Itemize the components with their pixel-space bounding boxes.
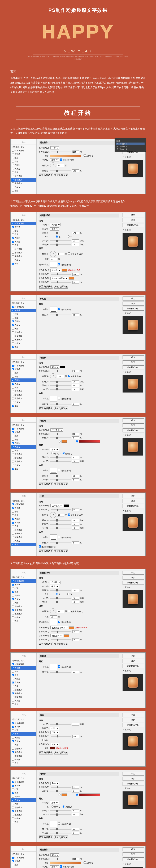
- style-checkbox[interactable]: [12, 807, 14, 808]
- style-checkbox[interactable]: [12, 306, 14, 308]
- style-checkbox[interactable]: [12, 442, 14, 444]
- angle-dial[interactable]: [50, 162, 56, 168]
- style-checkbox[interactable]: [12, 810, 14, 812]
- value-input[interactable]: [50, 615, 57, 618]
- style-row-contour[interactable]: 等高线: [11, 506, 36, 510]
- style-row-drop_shadow[interactable]: 投影: [11, 619, 36, 623]
- style-checkbox[interactable]: [12, 682, 14, 683]
- style-row-inner_shadow[interactable]: 内阴影: [11, 677, 36, 681]
- style-checkbox[interactable]: [12, 803, 14, 805]
- layer-row[interactable]: 👁 T Happy_3: [116, 148, 145, 150]
- dir-up[interactable]: [56, 236, 58, 238]
- cancel-button[interactable]: 取消: [122, 302, 144, 306]
- style-row-inner_glow[interactable]: 内发光: [11, 521, 36, 524]
- checkbox-label[interactable]: 消除锯齿(L): [58, 263, 71, 266]
- style-row-outer_glow[interactable]: 外发光: [11, 185, 36, 189]
- color-swatch[interactable]: [69, 626, 74, 629]
- style-checkbox[interactable]: [12, 587, 14, 589]
- style-row-pattern_overlay[interactable]: 图案叠加: [11, 754, 36, 758]
- style-row-inner_shadow[interactable]: 内阴影: [11, 319, 36, 323]
- style-checkbox[interactable]: [12, 522, 14, 524]
- style-row-drop_shadow[interactable]: 投影: [11, 543, 36, 546]
- blend-options-row[interactable]: 混合选项: 默认: [11, 576, 36, 579]
- value-input[interactable]: [73, 858, 79, 860]
- value-input[interactable]: [72, 601, 79, 603]
- style-row-grad_overlay[interactable]: 渐变叠加: [11, 251, 36, 254]
- value-input[interactable]: [72, 388, 79, 391]
- style-checkbox[interactable]: [12, 398, 14, 399]
- style-checkbox[interactable]: [12, 730, 14, 732]
- new-style-button[interactable]: 新建样式(W)...: [122, 223, 144, 227]
- style-row-bevel[interactable]: 斜面和浮雕: [11, 662, 36, 666]
- style-row-stroke[interactable]: 描边: [11, 375, 36, 378]
- style-row-inner_shadow[interactable]: 内阴影: [11, 795, 36, 798]
- make-default-button[interactable]: 设置为默认值: [39, 642, 53, 646]
- ok-button[interactable]: 确定: [122, 713, 144, 717]
- style-row-pattern_overlay[interactable]: 图案叠加: [11, 460, 36, 463]
- value-input[interactable]: [72, 313, 79, 316]
- style-row-grad_overlay[interactable]: 渐变叠加: [11, 178, 36, 182]
- style-checkbox[interactable]: [12, 857, 14, 859]
- ok-button[interactable]: 确定: [122, 494, 144, 498]
- ok-button[interactable]: 确定: [122, 570, 144, 575]
- preview-checkbox[interactable]: ✓ 预览(V): [122, 371, 144, 373]
- style-checkbox[interactable]: [12, 446, 14, 448]
- cancel-button[interactable]: 取消: [122, 499, 144, 503]
- style-checkbox[interactable]: [12, 620, 14, 622]
- slider[interactable]: [50, 461, 71, 462]
- checkbox-label[interactable]: 使用全局光(G): [68, 610, 83, 613]
- style-checkbox[interactable]: [12, 536, 14, 538]
- style-checkbox[interactable]: [12, 428, 14, 430]
- style-row-inner_glow[interactable]: 内发光: [11, 167, 36, 170]
- style-checkbox[interactable]: [12, 864, 14, 866]
- style-row-pattern_overlay[interactable]: 图案叠加: [11, 813, 36, 817]
- preview-checkbox[interactable]: ✓ 预览(V): [122, 728, 144, 731]
- gradient-picker[interactable]: [50, 155, 81, 157]
- dropdown[interactable]: 内斜面: [50, 581, 61, 584]
- style-row-contour[interactable]: 等高线: [11, 431, 36, 434]
- style-row-texture[interactable]: 纹理: [11, 229, 36, 232]
- preview-checkbox[interactable]: ✓ 预览(V): [122, 787, 144, 790]
- dir-down[interactable]: [67, 236, 70, 238]
- contour-picker[interactable]: [50, 821, 57, 827]
- new-style-button[interactable]: 新建样式(W)...: [122, 782, 144, 786]
- dropdown[interactable]: 线性减淡(添加): [50, 626, 68, 629]
- style-checkbox[interactable]: [12, 792, 14, 794]
- color-swatch[interactable]: [62, 794, 67, 796]
- value-input[interactable]: [57, 253, 64, 255]
- style-checkbox[interactable]: [12, 529, 14, 531]
- style-checkbox[interactable]: [12, 667, 14, 669]
- style-row-satin[interactable]: 光泽: [11, 386, 36, 390]
- slider[interactable]: [51, 639, 71, 640]
- checkbox[interactable]: [58, 308, 60, 310]
- style-checkbox[interactable]: [12, 689, 14, 691]
- style-checkbox[interactable]: [12, 332, 14, 333]
- value-input[interactable]: [72, 456, 79, 459]
- style-row-texture[interactable]: 纹理: [11, 787, 36, 791]
- style-checkbox[interactable]: [12, 390, 14, 392]
- layer-row[interactable]: 👁 T Happy_1: [116, 143, 145, 145]
- style-checkbox[interactable]: [12, 365, 14, 367]
- slider[interactable]: [50, 724, 71, 724]
- style-checkbox[interactable]: [12, 164, 14, 166]
- style-checkbox[interactable]: [12, 450, 14, 452]
- style-row-texture[interactable]: 纹理: [11, 728, 36, 732]
- new-style-button[interactable]: 新建样式(W)...: [122, 429, 144, 432]
- reset-button[interactable]: 复位为默认值: [54, 549, 68, 553]
- checkbox-label[interactable]: 消除锯齿(L): [58, 469, 71, 472]
- new-style-button[interactable]: 新建样式(W)...: [122, 307, 144, 311]
- value-input[interactable]: [72, 519, 79, 522]
- style-checkbox[interactable]: [12, 320, 14, 322]
- src-center[interactable]: [51, 805, 53, 808]
- style-row-contour[interactable]: 等高线: [11, 666, 36, 670]
- value-input[interactable]: [50, 258, 57, 261]
- make-default-button[interactable]: 设置为默认值: [39, 549, 53, 553]
- value-input[interactable]: [72, 828, 79, 831]
- style-checkbox[interactable]: [12, 606, 14, 608]
- slider[interactable]: [51, 152, 71, 152]
- blend-options-row[interactable]: 混合选项: 默认: [11, 423, 36, 427]
- dropdown[interactable]: 正常: [50, 146, 59, 150]
- style-checkbox[interactable]: [12, 796, 14, 798]
- style-checkbox[interactable]: [12, 394, 14, 396]
- style-row-contour[interactable]: 等高线: [11, 309, 36, 312]
